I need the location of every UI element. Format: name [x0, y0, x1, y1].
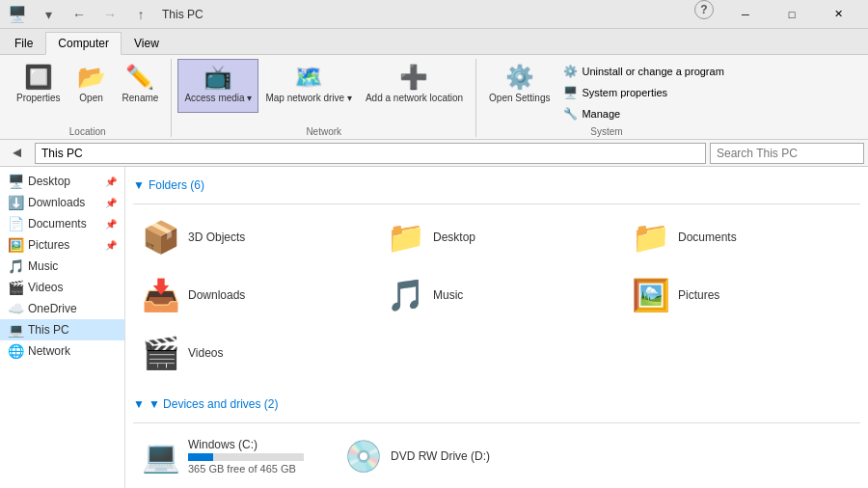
add-network-btn[interactable]: ➕ Add a network location: [359, 59, 470, 113]
map-drive-btn[interactable]: 🗺️ Map network drive ▾: [258, 59, 358, 113]
window-controls: ? ─ □ ✕: [694, 0, 860, 29]
sidebar-item-network[interactable]: 🌐 Network: [0, 340, 124, 362]
onedrive-icon: ☁️: [8, 301, 24, 316]
properties-btn[interactable]: 🔲 Properties: [10, 59, 68, 113]
drive-c[interactable]: 💻 Windows (C:) 365 GB free of 465 GB: [133, 431, 312, 481]
quick-access-down[interactable]: ▾: [35, 1, 62, 28]
sidebar-item-label-network: Network: [28, 344, 70, 358]
downloads-icon: ⬇️: [8, 195, 24, 210]
sidebar-item-documents[interactable]: 📄 Documents 📌: [0, 213, 124, 234]
sidebar-item-onedrive[interactable]: ☁️ OneDrive: [0, 298, 124, 319]
pin-icon-pictures: 📌: [105, 240, 117, 251]
ribbon-tabs: File Computer View: [0, 29, 868, 55]
minimize-btn[interactable]: ─: [723, 0, 768, 29]
pin-icon-desktop: 📌: [105, 176, 117, 187]
folders-section-header[interactable]: ▼ Folders (6): [133, 175, 860, 196]
system-items: ⚙️ Open Settings ⚙️ Uninstall or change …: [482, 59, 731, 124]
uninstall-icon: ⚙️: [563, 65, 578, 78]
map-drive-label: Map network drive ▾: [265, 93, 351, 104]
pictures-icon: 🖼️: [8, 237, 24, 253]
manage-btn[interactable]: 🔧 Manage: [556, 103, 730, 124]
sidebar-item-pictures[interactable]: 🖼️ Pictures 📌: [0, 234, 124, 256]
properties-label: Properties: [16, 93, 61, 104]
tab-file[interactable]: File: [2, 32, 45, 54]
folder-pictures-icon: 🖼️: [632, 277, 670, 313]
address-bar: ⯇: [0, 140, 868, 167]
folder-documents[interactable]: 📁 Documents: [623, 212, 860, 262]
back-btn[interactable]: ←: [66, 1, 93, 28]
ribbon-group-system: ⚙️ Open Settings ⚙️ Uninstall or change …: [476, 59, 737, 137]
drive-d-info: DVD RW Drive (D:): [391, 449, 490, 463]
network-group-label: Network: [177, 126, 470, 137]
drives-section-label: ▼ Devices and drives (2): [149, 397, 279, 411]
folders-section-label: Folders (6): [149, 178, 204, 192]
sidebar-item-label-pictures: Pictures: [28, 238, 69, 252]
sidebar-item-label-documents: Documents: [28, 217, 87, 230]
access-media-icon: 📺: [203, 64, 232, 91]
location-group-label: Location: [10, 126, 165, 137]
content-area: ▼ Folders (6) 📦 3D Objects 📁 Desktop 📁 D…: [125, 167, 868, 488]
open-settings-btn[interactable]: ⚙️ Open Settings: [482, 59, 556, 113]
manage-label: Manage: [582, 108, 620, 120]
window-title: This PC: [162, 8, 694, 21]
folder-3dobjects[interactable]: 📦 3D Objects: [133, 212, 370, 262]
drive-c-bar: [188, 453, 213, 461]
access-media-btn[interactable]: 📺 Access media ▾: [177, 59, 258, 113]
drive-d[interactable]: 💿 DVD RW Drive (D:): [336, 431, 499, 481]
ribbon-group-network: 📺 Access media ▾ 🗺️ Map network drive ▾ …: [172, 59, 476, 137]
drive-d-name: DVD RW Drive (D:): [391, 449, 490, 463]
up-btn[interactable]: ↑: [127, 1, 154, 28]
address-input[interactable]: [35, 143, 706, 164]
address-back-btn[interactable]: ⯇: [4, 140, 31, 167]
folder-downloads[interactable]: 📥 Downloads: [133, 270, 370, 320]
help-button[interactable]: ?: [694, 0, 714, 19]
rename-btn[interactable]: ✏️ Rename: [116, 59, 166, 113]
add-network-icon: ➕: [399, 64, 428, 91]
sidebar-item-label-onedrive: OneDrive: [28, 302, 77, 315]
folder-videos[interactable]: 🎬 Videos: [133, 328, 370, 378]
sidebar-item-label-videos: Videos: [28, 281, 63, 294]
folder-downloads-icon: 📥: [142, 277, 180, 313]
music-icon: 🎵: [8, 258, 24, 274]
open-icon: 📂: [77, 64, 106, 91]
ribbon: File Computer View 🔲 Properties 📂 Open ✏…: [0, 29, 868, 140]
drives-row: 💻 Windows (C:) 365 GB free of 465 GB 💿 D…: [133, 431, 860, 485]
folder-pictures[interactable]: 🖼️ Pictures: [623, 270, 860, 320]
uninstall-btn[interactable]: ⚙️ Uninstall or change a program: [556, 61, 730, 82]
folder-documents-icon: 📁: [632, 219, 670, 256]
folder-3dobjects-name: 3D Objects: [188, 230, 245, 244]
drives-chevron-icon: ▼: [133, 397, 145, 411]
sidebar-item-label-desktop: Desktop: [28, 175, 70, 188]
forward-btn[interactable]: →: [96, 1, 123, 28]
system-group-label: System: [482, 126, 731, 137]
drive-c-info: Windows (C:) 365 GB free of 465 GB: [188, 438, 304, 474]
sidebar-item-desktop[interactable]: 🖥️ Desktop 📌: [0, 171, 124, 192]
sidebar-item-label-downloads: Downloads: [28, 196, 85, 209]
sidebar-item-downloads[interactable]: ⬇️ Downloads 📌: [0, 192, 124, 213]
settings-icon: ⚙️: [505, 64, 534, 91]
map-drive-icon: 🗺️: [294, 64, 323, 91]
title-bar: 🖥️ ▾ ← → ↑ This PC ? ─ □ ✕: [0, 0, 868, 29]
folder-downloads-name: Downloads: [188, 288, 245, 302]
maximize-btn[interactable]: □: [770, 0, 814, 29]
folders-divider: [133, 203, 860, 204]
folder-music-name: Music: [433, 288, 463, 302]
folder-music[interactable]: 🎵 Music: [378, 270, 615, 320]
drive-c-bar-container: [188, 453, 304, 461]
folder-desktop[interactable]: 📁 Desktop: [378, 212, 615, 262]
open-btn[interactable]: 📂 Open: [68, 59, 116, 113]
close-btn[interactable]: ✕: [816, 0, 860, 29]
system-props-label: System properties: [582, 87, 667, 98]
search-input[interactable]: [710, 143, 864, 164]
system-props-btn[interactable]: 🖥️ System properties: [556, 82, 730, 103]
drive-c-name: Windows (C:): [188, 438, 304, 451]
sidebar-item-videos[interactable]: 🎬 Videos: [0, 277, 124, 298]
ribbon-group-location: 🔲 Properties 📂 Open ✏️ Rename Location: [4, 59, 172, 137]
drives-section-header[interactable]: ▼ ▼ Devices and drives (2): [133, 393, 860, 415]
tab-computer[interactable]: Computer: [45, 32, 122, 55]
pin-icon-downloads: 📌: [105, 198, 117, 208]
folder-videos-name: Videos: [188, 346, 223, 360]
sidebar-item-thispc[interactable]: 💻 This PC: [0, 319, 124, 340]
tab-view[interactable]: View: [122, 32, 172, 54]
sidebar-item-music[interactable]: 🎵 Music: [0, 256, 124, 277]
